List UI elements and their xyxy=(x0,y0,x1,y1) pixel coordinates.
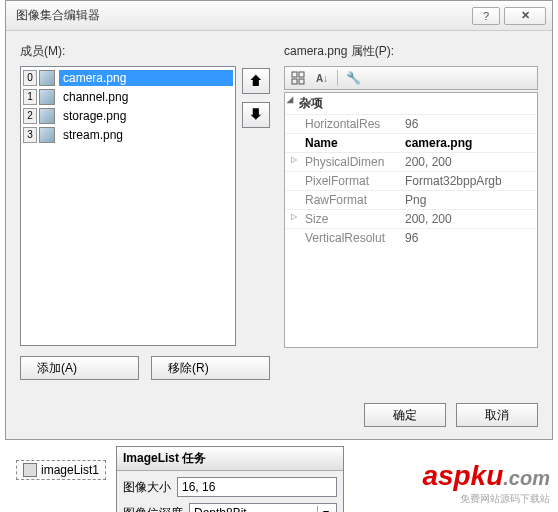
property-value[interactable]: Png xyxy=(401,191,537,209)
image-depth-label: 图像位深度 xyxy=(123,505,183,513)
property-value[interactable]: 96 xyxy=(401,229,537,247)
property-category[interactable]: 杂项 xyxy=(285,93,537,114)
list-item[interactable]: 0camera.png xyxy=(23,69,233,87)
svg-rect-2 xyxy=(292,79,297,84)
image-size-input[interactable] xyxy=(177,477,337,497)
item-name: stream.png xyxy=(59,127,233,143)
titlebar[interactable]: 图像集合编辑器 ? ✕ xyxy=(6,1,552,31)
property-name: Name xyxy=(285,134,401,152)
property-value[interactable]: camera.png xyxy=(401,134,537,152)
property-name: PhysicalDimen xyxy=(285,153,401,171)
list-item[interactable]: 1channel.png xyxy=(23,88,233,106)
property-row[interactable]: PixelFormatFormat32bppArgb xyxy=(285,171,537,190)
property-name: HorizontalRes xyxy=(285,115,401,133)
imagelist-icon xyxy=(23,463,37,477)
property-name: VerticalResolut xyxy=(285,229,401,247)
property-name: Size xyxy=(285,210,401,228)
remove-button[interactable]: 移除(R) xyxy=(151,356,270,380)
property-value[interactable]: 200, 200 xyxy=(401,210,537,228)
watermark: aspku.com 免费网站源码下载站 xyxy=(422,460,550,506)
ok-button[interactable]: 确定 xyxy=(364,403,446,427)
list-item[interactable]: 2storage.png xyxy=(23,107,233,125)
item-index: 0 xyxy=(23,70,37,86)
smart-tag-header: ImageList 任务 xyxy=(117,447,343,471)
move-down-button[interactable]: 🡇 xyxy=(242,102,270,128)
cancel-button[interactable]: 取消 xyxy=(456,403,538,427)
image-thumb-icon xyxy=(39,89,55,105)
image-thumb-icon xyxy=(39,127,55,143)
property-row[interactable]: HorizontalRes96 xyxy=(285,114,537,133)
move-up-button[interactable]: 🡅 xyxy=(242,68,270,94)
image-depth-select[interactable]: Depth8Bit xyxy=(189,503,337,512)
dialog-title: 图像集合编辑器 xyxy=(16,7,468,24)
image-thumb-icon xyxy=(39,108,55,124)
property-value[interactable]: 200, 200 xyxy=(401,153,537,171)
svg-rect-3 xyxy=(299,79,304,84)
svg-rect-1 xyxy=(299,72,304,77)
list-item[interactable]: 3stream.png xyxy=(23,126,233,144)
item-index: 3 xyxy=(23,127,37,143)
help-button[interactable]: ? xyxy=(472,7,500,25)
members-listbox[interactable]: 0camera.png1channel.png2storage.png3stre… xyxy=(20,66,236,346)
property-value[interactable]: Format32bppArgb xyxy=(401,172,537,190)
property-row[interactable]: RawFormatPng xyxy=(285,190,537,209)
toolbar-separator xyxy=(337,70,338,86)
property-toolbar: A↓ 🔧 xyxy=(284,66,538,90)
item-index: 2 xyxy=(23,108,37,124)
property-pages-icon[interactable]: 🔧 xyxy=(344,69,362,87)
properties-label: camera.png 属性(P): xyxy=(284,43,538,60)
image-thumb-icon xyxy=(39,70,55,86)
item-index: 1 xyxy=(23,89,37,105)
component-tray-item[interactable]: imageList1 xyxy=(16,460,106,480)
property-row[interactable]: PhysicalDimen200, 200 xyxy=(285,152,537,171)
item-name: channel.png xyxy=(59,89,233,105)
categorized-icon[interactable] xyxy=(289,69,307,87)
image-size-label: 图像大小 xyxy=(123,479,171,496)
property-value[interactable]: 96 xyxy=(401,115,537,133)
image-collection-editor-dialog: 图像集合编辑器 ? ✕ 成员(M): 0camera.png1channel.p… xyxy=(5,0,553,440)
property-name: PixelFormat xyxy=(285,172,401,190)
close-button[interactable]: ✕ xyxy=(504,7,546,25)
add-button[interactable]: 添加(A) xyxy=(20,356,139,380)
component-name: imageList1 xyxy=(41,463,99,477)
smart-tag-panel: ImageList 任务 图像大小 图像位深度 Depth8Bit xyxy=(116,446,344,512)
property-row[interactable]: VerticalResolut96 xyxy=(285,228,537,247)
alphabetical-icon[interactable]: A↓ xyxy=(313,69,331,87)
svg-rect-0 xyxy=(292,72,297,77)
property-row[interactable]: Namecamera.png xyxy=(285,133,537,152)
item-name: storage.png xyxy=(59,108,233,124)
property-row[interactable]: Size200, 200 xyxy=(285,209,537,228)
item-name: camera.png xyxy=(59,70,233,86)
property-grid[interactable]: 杂项 HorizontalRes96Namecamera.pngPhysical… xyxy=(284,92,538,348)
property-name: RawFormat xyxy=(285,191,401,209)
members-label: 成员(M): xyxy=(20,43,270,60)
